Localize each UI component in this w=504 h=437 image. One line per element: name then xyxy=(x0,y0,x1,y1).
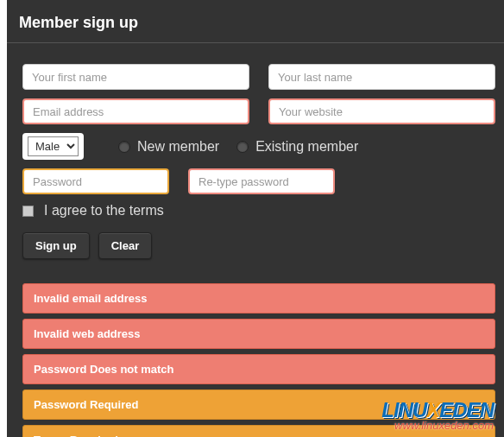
alert-item: Terms Required xyxy=(22,425,495,437)
signup-panel: Member sign up Male New member xyxy=(7,0,504,437)
email-input[interactable] xyxy=(22,98,249,124)
radio-icon xyxy=(236,141,249,153)
password-input[interactable] xyxy=(22,168,169,194)
panel-header: Member sign up xyxy=(7,0,504,43)
options-row: Male New member Existing member xyxy=(22,133,495,160)
page-title: Member sign up xyxy=(19,14,495,32)
terms-row[interactable]: I agree to the terms xyxy=(22,203,495,218)
password-confirm-input[interactable] xyxy=(188,168,335,194)
alert-item: Invalid web address xyxy=(22,319,495,349)
radio-new-member[interactable]: New member xyxy=(118,139,219,155)
first-name-input[interactable] xyxy=(22,64,249,90)
member-type-group: New member Existing member xyxy=(118,139,358,155)
radio-existing-label: Existing member xyxy=(255,139,358,155)
clear-button[interactable]: Clear xyxy=(98,232,153,259)
gender-select-wrap: Male xyxy=(22,133,84,160)
alert-item: Password Does not match xyxy=(22,354,495,384)
last-name-input[interactable] xyxy=(268,64,495,90)
alerts-container: Invalid email address Invalid web addres… xyxy=(7,283,504,437)
gender-select[interactable]: Male xyxy=(28,136,79,156)
radio-new-label: New member xyxy=(137,139,219,155)
alert-item: Password Required xyxy=(22,390,495,420)
website-input[interactable] xyxy=(268,98,495,124)
form-body: Male New member Existing member I agree … xyxy=(7,43,504,283)
password-row xyxy=(22,168,495,194)
contact-row xyxy=(22,98,495,124)
alert-item: Invalid email address xyxy=(22,283,495,314)
radio-existing-member[interactable]: Existing member xyxy=(236,139,358,155)
terms-label: I agree to the terms xyxy=(44,203,164,218)
radio-icon xyxy=(118,141,130,153)
button-row: Sign up Clear xyxy=(22,232,495,259)
checkbox-icon[interactable] xyxy=(22,206,34,217)
signup-button[interactable]: Sign up xyxy=(22,232,90,259)
name-row xyxy=(22,64,495,90)
